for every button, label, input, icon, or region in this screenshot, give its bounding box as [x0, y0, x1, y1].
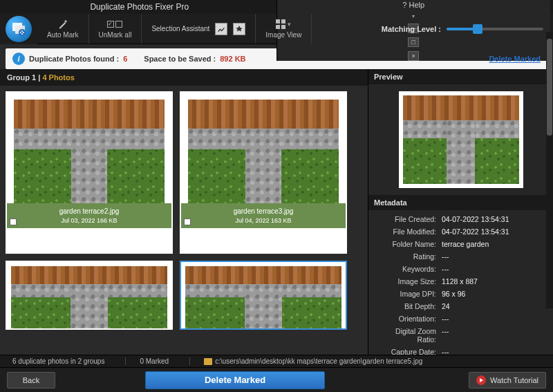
photo-card[interactable]: garden terrace3.jpg Jul 04, 2022 163 KB — [180, 91, 347, 254]
photo-meta: Jul 03, 2022 166 KB — [61, 217, 117, 224]
metadata-value: 24 — [442, 302, 546, 310]
group-count: 4 Photos — [42, 73, 74, 82]
unmark-icon — [107, 19, 122, 30]
metadata-row: File Modified:04-07-2022 13:54:31 — [375, 225, 546, 238]
thumbnail-image — [7, 93, 171, 203]
metadata-title: Metadata — [368, 195, 553, 210]
thumbnail-image — [7, 262, 171, 330]
thumbnail-image — [181, 262, 346, 330]
slider-thumb[interactable] — [473, 24, 482, 34]
metadata-value: --- — [442, 327, 546, 344]
photo-card[interactable]: garden terrace2.jpg Jul 03, 2022 166 KB — [6, 91, 173, 254]
metadata-row: Bit Depth:24 — [375, 300, 546, 312]
selection-assistant: Selection Assistant — [142, 14, 256, 44]
automark-label: Auto Mark — [47, 31, 79, 39]
metadata-value: 96 x 96 — [442, 290, 546, 298]
selection-tool-1[interactable] — [215, 23, 227, 35]
metadata-row: Image DPI:96 x 96 — [375, 288, 546, 300]
side-panel: Preview Metadata File Created:04-07-2022… — [368, 69, 553, 360]
metadata-row: Image Size:1128 x 887 — [375, 275, 546, 288]
metadata-key: Keywords: — [375, 265, 442, 273]
metadata-value: --- — [442, 265, 546, 273]
space-label: Space to be Saved : — [144, 55, 216, 63]
group-header: Group 1 | 4 Photos — [0, 69, 368, 86]
play-icon — [476, 375, 486, 385]
delete-marked-link[interactable]: Delete Marked — [489, 55, 541, 63]
photo-meta: Jul 04, 2022 163 KB — [235, 217, 291, 224]
info-icon: i — [12, 53, 25, 65]
results-panel: Group 1 | 4 Photos garden terrace2.jpg J… — [0, 69, 368, 360]
app-title: Duplicate Photos Fixer Pro — [3, 2, 276, 12]
status-marked: 0 Marked — [125, 357, 176, 365]
matching-level: Matching Level : — [382, 25, 543, 33]
back-button[interactable]: Back — [7, 372, 55, 389]
delete-marked-button[interactable]: Delete Marked — [145, 371, 325, 389]
watch-tutorial-button[interactable]: Watch Tutorial — [469, 372, 546, 389]
help-link[interactable]: ? Help — [402, 1, 424, 9]
metadata-key: Bit Depth: — [375, 302, 442, 310]
grid-icon: ▾ — [276, 19, 291, 30]
found-label: Duplicate Photos found : — [29, 55, 119, 63]
unmark-button[interactable]: UnMark all — [89, 14, 142, 44]
status-summary: 6 duplicate photos in 2 groups — [6, 357, 111, 365]
found-count: 6 — [123, 55, 127, 63]
metadata-key: Image DPI: — [375, 290, 442, 298]
wand-icon — [57, 19, 68, 30]
preview-title: Preview — [368, 69, 553, 84]
image-view-button[interactable]: ▾ Image View — [256, 14, 312, 44]
selection-tool-2[interactable] — [233, 23, 245, 35]
app-logo — [0, 14, 37, 44]
photo-caption: garden terrace2.jpg Jul 03, 2022 166 KB — [7, 203, 171, 228]
metadata-row: Keywords:--- — [375, 263, 546, 275]
metadata-list: File Created:04-07-2022 13:54:31File Mod… — [368, 210, 553, 360]
bottom-bar: Back Delete Marked Watch Tutorial — [0, 367, 553, 392]
metadata-key: Rating: — [375, 252, 442, 261]
metadata-row: Rating:--- — [375, 250, 546, 263]
metadata-row: File Created:04-07-2022 13:54:31 — [375, 213, 546, 225]
status-bar: 6 duplicate photos in 2 groups 0 Marked … — [0, 355, 553, 367]
photo-filename: garden terrace3.jpg — [184, 207, 343, 215]
metadata-value: --- — [442, 252, 546, 261]
metadata-value: terrace garden — [442, 240, 546, 248]
metadata-key: Digital Zoom Ratio: — [375, 327, 442, 344]
thumbnail-grid: garden terrace2.jpg Jul 03, 2022 166 KB … — [0, 86, 368, 360]
photo-caption: garden terrace3.jpg Jul 04, 2022 163 KB — [181, 203, 346, 228]
metadata-row: Digital Zoom Ratio:--- — [375, 325, 546, 346]
photo-filename: garden terrace2.jpg — [10, 207, 169, 215]
group-label: Group 1 — [7, 73, 36, 82]
tutorial-label: Watch Tutorial — [490, 376, 538, 384]
vertical-scrollbar[interactable] — [546, 32, 553, 308]
photo-card[interactable] — [6, 261, 173, 330]
status-filepath: c:\users\admin\desktop\kk maps\terrace g… — [189, 357, 422, 365]
metadata-value: --- — [442, 315, 546, 323]
metadata-value: 04-07-2022 13:54:31 — [442, 227, 546, 236]
close-button[interactable]: × — [408, 51, 419, 61]
folder-icon — [204, 358, 212, 365]
metadata-key: Folder Name: — [375, 240, 442, 248]
titlebar: Duplicate Photos Fixer Pro ▾ Settings ? … — [0, 0, 553, 14]
preview-image — [399, 91, 523, 188]
unmark-label: UnMark all — [99, 31, 132, 39]
metadata-value: 1128 x 887 — [442, 277, 546, 286]
svg-point-2 — [19, 29, 26, 36]
photo-checkbox[interactable] — [10, 218, 17, 225]
photo-card-selected[interactable] — [180, 261, 347, 330]
automark-button[interactable]: Auto Mark — [37, 14, 89, 44]
metadata-row: Folder Name:terrace garden — [375, 238, 546, 250]
image-view-label: Image View — [265, 31, 301, 39]
metadata-key: Orientation: — [375, 315, 442, 323]
metadata-key: File Created: — [375, 215, 442, 223]
preview-box — [368, 84, 553, 195]
toolbar: Auto Mark UnMark all Selection Assistant… — [0, 14, 553, 44]
matching-slider[interactable] — [447, 28, 543, 30]
space-value: 892 KB — [220, 55, 245, 63]
thumbnail-image — [181, 93, 346, 203]
metadata-key: Image Size: — [375, 277, 442, 286]
photo-checkbox[interactable] — [184, 218, 191, 225]
matching-label: Matching Level : — [382, 25, 441, 33]
selection-label: Selection Assistant — [151, 25, 209, 32]
metadata-key: File Modified: — [375, 227, 442, 236]
metadata-row: Orientation:--- — [375, 312, 546, 325]
scrollbar-thumb[interactable] — [547, 39, 552, 136]
metadata-value: 04-07-2022 13:54:31 — [442, 215, 546, 223]
